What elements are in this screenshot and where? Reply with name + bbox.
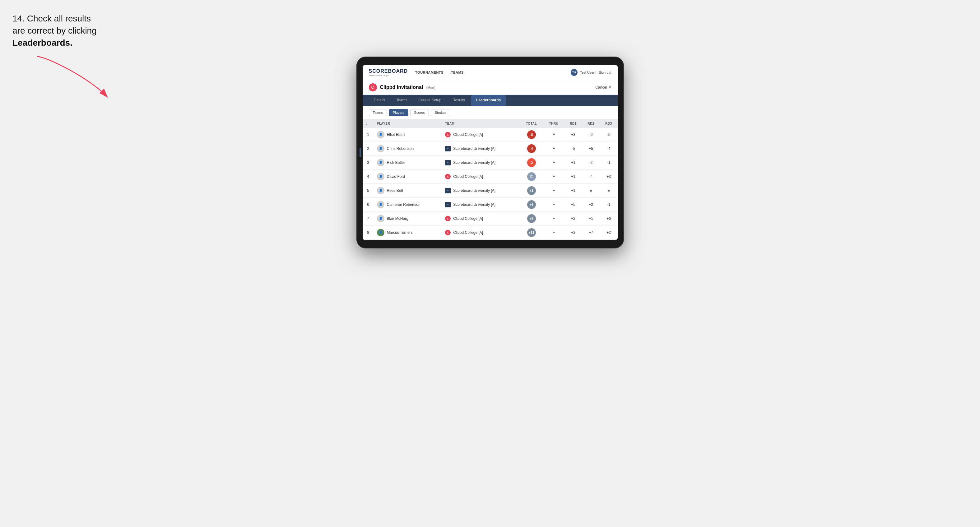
tournament-badge: (Men) — [426, 86, 436, 89]
team-name: Scoreboard University [A] — [453, 189, 495, 193]
row-thru: F — [543, 141, 564, 156]
cancel-icon: ✕ — [608, 85, 611, 89]
filter-teams[interactable]: Teams — [369, 109, 387, 116]
tab-teams[interactable]: Teams — [391, 95, 412, 106]
row-rd2: +5 — [582, 141, 600, 156]
nav-user-label: Test User | — [580, 71, 596, 74]
player-name: Marcus Turners — [387, 230, 413, 235]
row-player: 👤Cameron Robertson — [374, 197, 442, 211]
row-team: ≡Scoreboard University [A] — [442, 141, 520, 156]
tablet-frame: SCOREBOARD Powered by clippd TOURNAMENTS… — [356, 57, 624, 248]
row-team: ≡Scoreboard University [A] — [442, 197, 520, 211]
col-rd1: RD1 — [565, 119, 582, 128]
team-name: Clippd College [A] — [453, 216, 483, 221]
row-pos: 5 — [363, 183, 374, 197]
player-avatar: 👤 — [377, 187, 384, 194]
row-total: +11 — [520, 225, 543, 240]
side-indicator — [360, 148, 361, 157]
team-logo: C — [445, 132, 451, 137]
row-team: ≡Scoreboard University [A] — [442, 156, 520, 170]
team-name: Clippd College [A] — [453, 132, 483, 137]
tablet-screen: SCOREBOARD Powered by clippd TOURNAMENTS… — [363, 65, 618, 240]
row-rd2: +2 — [582, 197, 600, 211]
cancel-button[interactable]: Cancel ✕ — [595, 85, 611, 89]
score-badge: -4 — [527, 144, 536, 153]
table-row: 7👤Blair McHargCClippd College [A]+9F+2+1… — [363, 211, 618, 225]
row-total: +1 — [520, 183, 543, 197]
row-rd3: -1 — [600, 197, 617, 211]
tab-details[interactable]: Details — [369, 95, 390, 106]
row-total: -2 — [520, 156, 543, 170]
row-pos: 1 — [363, 128, 374, 142]
col-team: TEAM — [442, 119, 520, 128]
row-total: +9 — [520, 211, 543, 225]
row-player: 👤Blair McHarg — [374, 211, 442, 225]
filter-scores[interactable]: Scores — [410, 109, 429, 116]
row-rd1: +1 — [565, 183, 582, 197]
nav-teams[interactable]: TEAMS — [451, 69, 464, 76]
row-rd1: +3 — [565, 128, 582, 142]
row-rd1: +5 — [565, 197, 582, 211]
player-name: David Ford — [387, 175, 405, 179]
team-logo: ≡ — [445, 202, 451, 207]
player-avatar: 👤 — [377, 229, 384, 236]
row-thru: F — [543, 197, 564, 211]
row-rd2: -6 — [582, 128, 600, 142]
logo-sub: Powered by clippd — [369, 74, 408, 77]
row-rd3: -5 — [600, 128, 617, 142]
tournament-name: Clippd Invitational (Men) — [380, 84, 596, 90]
row-player: 👤Elliot Ebert — [374, 128, 442, 142]
row-thru: F — [543, 225, 564, 240]
table-row: 1👤Elliot EbertCClippd College [A]-8F+3-6… — [363, 128, 618, 142]
score-badge: -8 — [527, 130, 536, 139]
player-name: Cameron Robertson — [387, 202, 420, 207]
col-thru: THRU — [543, 119, 564, 128]
player-avatar: 👤 — [377, 159, 384, 166]
score-badge: +11 — [527, 228, 536, 237]
player-avatar: 👤 — [377, 215, 384, 222]
table-row: 5👤Rees Britt≡Scoreboard University [A]+1… — [363, 183, 618, 197]
player-name: Chris Robertson — [387, 146, 414, 151]
col-pos: # — [363, 119, 374, 128]
player-avatar: 👤 — [377, 201, 384, 208]
team-name: Clippd College [A] — [453, 175, 483, 179]
row-rd1: -5 — [565, 141, 582, 156]
tab-leaderboards[interactable]: Leaderboards — [471, 95, 506, 106]
nav-bar: SCOREBOARD Powered by clippd TOURNAMENTS… — [363, 65, 618, 80]
team-logo: C — [445, 216, 451, 221]
row-rd3: +2 — [600, 225, 617, 240]
row-thru: F — [543, 211, 564, 225]
filter-players[interactable]: Players — [389, 109, 408, 116]
row-rd2: +1 — [582, 211, 600, 225]
table-row: 8👤Marcus TurnersCClippd College [A]+11F+… — [363, 225, 618, 240]
col-player: PLAYER — [374, 119, 442, 128]
player-avatar: 👤 — [377, 131, 384, 138]
row-player: 👤David Ford — [374, 170, 442, 183]
tournament-header: C Clippd Invitational (Men) Cancel ✕ — [363, 80, 618, 95]
nav-tournaments[interactable]: TOURNAMENTS — [415, 69, 444, 76]
player-name: Rees Britt — [387, 189, 403, 193]
tournament-logo: C — [369, 83, 377, 91]
team-logo: ≡ — [445, 146, 451, 151]
row-player: 👤Rees Britt — [374, 183, 442, 197]
row-total: E — [520, 170, 543, 183]
row-total: +6 — [520, 197, 543, 211]
team-logo: ≡ — [445, 188, 451, 194]
team-name: Scoreboard University [A] — [453, 202, 495, 207]
score-badge: +9 — [527, 214, 536, 223]
row-player: 👤Marcus Turners — [374, 225, 442, 240]
instruction-text: 14. Check all results are correct by cli… — [13, 13, 137, 49]
sign-out-link[interactable]: Sign out — [599, 71, 611, 74]
player-avatar: 👤 — [377, 145, 384, 152]
row-team: CClippd College [A] — [442, 211, 520, 225]
team-name: Scoreboard University [A] — [453, 160, 495, 165]
row-rd1: +1 — [565, 156, 582, 170]
row-rd2: +7 — [582, 225, 600, 240]
team-name: Clippd College [A] — [453, 230, 483, 235]
arrow-annotation — [28, 54, 115, 103]
tab-results[interactable]: Results — [447, 95, 470, 106]
tab-course-setup[interactable]: Course Setup — [414, 95, 446, 106]
row-rd3: E — [600, 183, 617, 197]
filter-strokes[interactable]: Strokes — [431, 109, 450, 116]
row-rd2: -4 — [582, 170, 600, 183]
